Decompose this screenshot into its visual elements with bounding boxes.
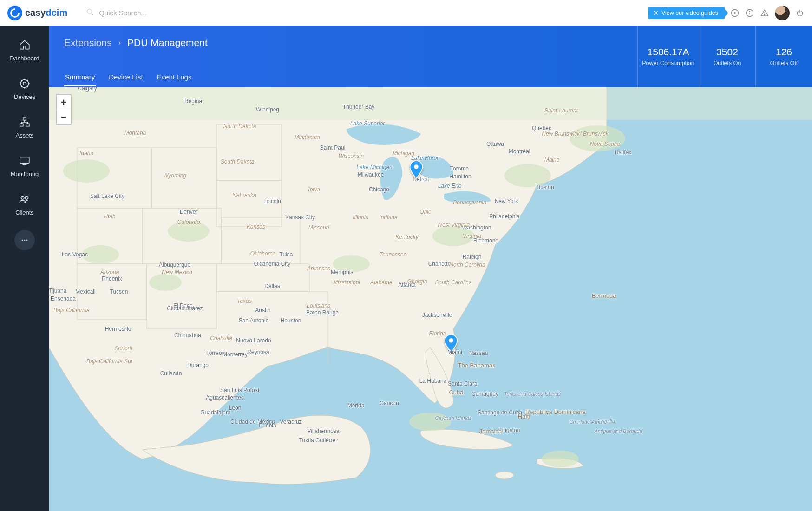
stat-label: Power Consumption bbox=[642, 59, 694, 67]
logo-text-dcim: dcim bbox=[46, 7, 68, 18]
power-icon[interactable] bbox=[795, 8, 805, 18]
svg-point-24 bbox=[63, 159, 110, 183]
svg-point-0 bbox=[87, 9, 92, 13]
logo-text-easy: easy bbox=[25, 7, 46, 18]
svg-line-1 bbox=[91, 13, 93, 15]
svg-rect-14 bbox=[20, 157, 29, 163]
sidebar-item-label: Clients bbox=[15, 209, 34, 216]
stat-value: 1506.17A bbox=[648, 46, 689, 58]
page-header: Extensions › PDU Management Summary Devi… bbox=[49, 26, 812, 87]
svg-rect-23 bbox=[49, 87, 812, 120]
stat-outlets-on: 3502 Outlets On bbox=[699, 26, 755, 87]
logo-icon bbox=[7, 6, 22, 20]
alert-icon[interactable] bbox=[760, 8, 769, 18]
svg-point-25 bbox=[82, 245, 119, 264]
map-marker-detroit[interactable] bbox=[410, 161, 423, 178]
map-marker-miami[interactable] bbox=[445, 334, 458, 352]
stat-label: Outlets On bbox=[714, 59, 741, 67]
sidebar-item-devices[interactable]: Devices bbox=[0, 74, 49, 104]
svg-point-5 bbox=[749, 11, 750, 12]
svg-point-28 bbox=[333, 256, 370, 272]
tab-event-logs[interactable]: Event Logs bbox=[156, 68, 193, 86]
sidebar-item-clients[interactable]: Clients bbox=[0, 190, 49, 220]
svg-point-35 bbox=[449, 338, 453, 342]
svg-point-26 bbox=[168, 221, 210, 242]
svg-point-20 bbox=[26, 240, 28, 241]
stat-label: Outlets Off bbox=[770, 59, 798, 67]
logo-text: easydcim bbox=[25, 7, 67, 18]
stat-outlets-off: 126 Outlets Off bbox=[755, 26, 812, 87]
sidebar-item-monitoring[interactable]: Monitoring bbox=[0, 151, 49, 181]
svg-point-18 bbox=[22, 240, 23, 241]
topbar-right: ✕ View our video guides bbox=[648, 6, 805, 20]
chevron-right-icon: › bbox=[118, 39, 121, 47]
svg-point-7 bbox=[764, 14, 765, 15]
tab-summary[interactable]: Summary bbox=[64, 68, 96, 86]
sidebar-item-label: Assets bbox=[15, 132, 33, 139]
svg-rect-11 bbox=[23, 118, 26, 120]
info-icon[interactable] bbox=[745, 8, 754, 18]
stat-value: 126 bbox=[776, 46, 792, 58]
sidebar-item-assets[interactable]: Assets bbox=[0, 112, 49, 143]
video-guides-badge[interactable]: ✕ View our video guides bbox=[648, 7, 725, 19]
stat-power-consumption: 1506.17A Power Consumption bbox=[637, 26, 699, 87]
svg-point-17 bbox=[25, 197, 28, 200]
sidebar-item-label: Dashboard bbox=[10, 55, 39, 62]
search-icon bbox=[86, 8, 94, 18]
map-background bbox=[49, 87, 812, 511]
svg-point-19 bbox=[24, 240, 26, 241]
svg-point-10 bbox=[23, 82, 26, 85]
sidebar-item-label: Devices bbox=[14, 93, 35, 100]
stat-value: 3502 bbox=[716, 46, 738, 58]
svg-point-32 bbox=[409, 413, 451, 431]
zoom-in-button[interactable]: + bbox=[57, 95, 71, 110]
svg-point-16 bbox=[21, 197, 24, 200]
search[interactable] bbox=[86, 8, 648, 18]
tabs: Summary Device List Event Logs bbox=[49, 67, 208, 87]
search-input[interactable] bbox=[99, 9, 210, 17]
svg-point-34 bbox=[414, 164, 418, 169]
map[interactable]: + − CalgaryReginaWinnipegThunder BaySain… bbox=[49, 87, 812, 511]
zoom-controls: + − bbox=[56, 94, 72, 125]
svg-point-30 bbox=[504, 164, 551, 187]
svg-point-22 bbox=[495, 472, 514, 479]
topbar: easydcim ✕ View our video guides bbox=[0, 0, 812, 26]
avatar[interactable] bbox=[775, 6, 790, 20]
breadcrumb-parent[interactable]: Extensions bbox=[64, 37, 112, 48]
tab-device-list[interactable]: Device List bbox=[108, 68, 144, 86]
sidebar-item-label: Monitoring bbox=[11, 170, 39, 177]
svg-rect-12 bbox=[20, 124, 23, 126]
svg-point-29 bbox=[432, 226, 474, 246]
svg-point-27 bbox=[149, 274, 182, 291]
svg-rect-13 bbox=[26, 124, 29, 126]
sidebar-more-button[interactable] bbox=[14, 230, 35, 250]
sidebar: Dashboard Devices Assets Monitoring Clie… bbox=[0, 26, 49, 511]
close-icon[interactable]: ✕ bbox=[653, 10, 659, 16]
sidebar-item-dashboard[interactable]: Dashboard bbox=[0, 35, 49, 66]
svg-point-31 bbox=[570, 125, 625, 151]
play-icon[interactable] bbox=[730, 8, 740, 18]
zoom-out-button[interactable]: − bbox=[57, 110, 71, 124]
video-guides-label: View our video guides bbox=[661, 10, 718, 16]
logo[interactable]: easydcim bbox=[7, 6, 67, 20]
svg-point-33 bbox=[542, 451, 579, 467]
header-stats: 1506.17A Power Consumption 3502 Outlets … bbox=[637, 26, 812, 87]
breadcrumb-current: PDU Management bbox=[127, 37, 208, 48]
